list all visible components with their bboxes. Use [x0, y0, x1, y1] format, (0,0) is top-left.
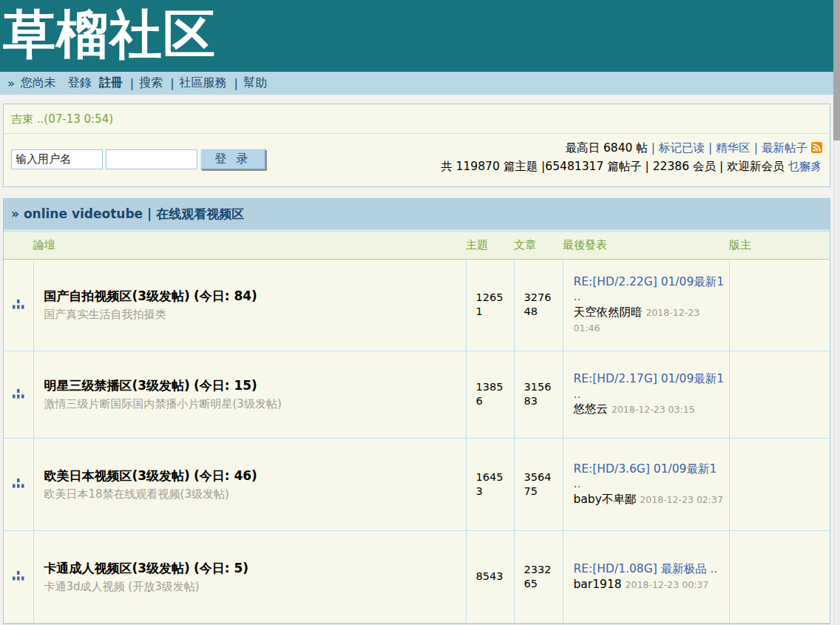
forum-row: 欧美日本视频区(3级发帖) (今日: 46) 欧美日本18禁在线观看视频(3级发…	[4, 438, 830, 530]
forum-status-cell	[4, 259, 33, 351]
posts-count: 327648	[514, 259, 563, 351]
nav-arrow-icon: »	[7, 76, 15, 90]
forum-title-link[interactable]: 国产自拍视频区(3级发帖)	[44, 288, 190, 303]
max-posts-text: 最高日 6840 帖	[565, 141, 647, 155]
topics-count: 8543	[466, 530, 514, 623]
forum-info-cell: 明星三级禁播区(3级发帖) (今日: 15) 激情三级片断国际国内禁播小片断明星…	[33, 351, 466, 438]
column-header-topics: 主題	[466, 232, 514, 260]
spacer	[0, 187, 833, 198]
last-post-link[interactable]: RE:[HD/3.6G] 01/09最新1 ..	[574, 462, 717, 491]
site-logo-title: 草榴社区	[0, 0, 833, 70]
section-arrow-icon: »	[11, 206, 19, 221]
last-post-author-link[interactable]: baby不卑鄙	[574, 493, 637, 506]
last-post-cell: RE:[HD/2.22G] 01/09最新1 .. 天空依然阴暗 2018-12…	[563, 259, 729, 351]
password-input[interactable]	[106, 149, 197, 169]
forum-status-cell	[4, 351, 33, 438]
forum-title-link[interactable]: 卡通成人视频区(3级发帖)	[44, 561, 190, 575]
masthead: 草榴社区	[0, 0, 833, 72]
section-title: online videotube | 在线观看视频区	[24, 206, 244, 221]
announcement-link[interactable]: 吉束 ..(07-13 0:54)	[11, 112, 113, 126]
forum-section-panel: » online videotube | 在线观看视频区 論壇 主題 文章 最後…	[3, 198, 830, 624]
username-input[interactable]	[11, 149, 103, 169]
forum-description: 卡通3d成人视频 (开放3级发帖)	[44, 580, 466, 594]
nav-separator: |	[234, 76, 238, 90]
nav-separator: |	[170, 76, 174, 90]
login-stats-row: 登 录 最高日 6840 帖|标记已读|精华区|最新帖子 共 119870 篇主…	[4, 134, 830, 186]
nav-register-link[interactable]: 註冊	[99, 75, 123, 91]
forum-row: 卡通成人视频区(3级发帖) (今日: 5) 卡通3d成人视频 (开放3级发帖) …	[4, 530, 830, 623]
forum-row: 国产自拍视频区(3级发帖) (今日: 84) 国产真实生活自我拍摄类 12651…	[4, 259, 830, 351]
last-post-time: 2018-12-23 03:15	[612, 404, 695, 415]
new-member-link[interactable]: 乜獬豸	[788, 160, 823, 173]
forum-info-cell: 欧美日本视频区(3级发帖) (今日: 46) 欧美日本18禁在线观看视频(3级发…	[33, 438, 466, 530]
forum-today-count: (今日: 15)	[194, 378, 257, 393]
posts-count: 233265	[514, 530, 563, 623]
column-header-posts: 文章	[514, 232, 563, 260]
nav-help-link[interactable]: 幫助	[243, 75, 267, 91]
forum-title-link[interactable]: 欧美日本视频区(3级发帖)	[44, 468, 190, 483]
forum-info-cell: 国产自拍视频区(3级发帖) (今日: 84) 国产真实生活自我拍摄类	[33, 259, 466, 351]
broken-image-icon	[12, 298, 24, 312]
topics-count: 12651	[466, 259, 514, 351]
column-header-moderator: 版主	[729, 232, 830, 260]
stats-line2: 共 119870 篇主题 |65481317 篇帖子 | 22386 会员 | …	[441, 158, 822, 175]
last-post-cell: RE:[HD/2.17G] 01/09最新1 .. 悠悠云 2018-12-23…	[563, 351, 729, 438]
broken-image-icon	[12, 570, 24, 584]
notice-login-panel: 吉束 ..(07-13 0:54) 登 录 最高日 6840 帖|标记已读|精华…	[3, 104, 830, 187]
topics-count: 13856	[466, 351, 514, 438]
last-post-author-link[interactable]: bar1918	[574, 578, 622, 591]
forum-title-link[interactable]: 明星三级禁播区(3级发帖)	[44, 378, 190, 393]
totals-text: 共 119870 篇主题 |65481317 篇帖子 | 22386 会员 | …	[441, 160, 784, 173]
forum-description: 欧美日本18禁在线观看视频(3级发帖)	[44, 487, 466, 501]
nav-services-link[interactable]: 社區服務	[180, 75, 227, 91]
moderator-cell	[729, 530, 830, 623]
digest-link[interactable]: 精华区	[716, 141, 751, 155]
latest-posts-link[interactable]: 最新帖子	[762, 141, 807, 155]
topics-count: 16453	[466, 438, 514, 530]
forum-today-count: (今日: 84)	[194, 288, 257, 303]
stats-separator: |	[708, 141, 712, 155]
posts-count: 315683	[514, 351, 563, 438]
forum-table: 論壇 主題 文章 最後發表 版主 国产自拍视频区(3级发帖) (今日: 84) …	[4, 232, 830, 624]
moderator-cell	[729, 259, 830, 351]
broken-image-icon	[12, 477, 24, 491]
forum-info-cell: 卡通成人视频区(3级发帖) (今日: 5) 卡通3d成人视频 (开放3级发帖)	[33, 530, 466, 623]
section-header[interactable]: » online videotube | 在线观看视频区	[4, 199, 830, 232]
last-post-link[interactable]: RE:[HD/2.17G] 01/09最新1 ..	[574, 372, 725, 401]
announcement-row: 吉束 ..(07-13 0:54)	[4, 104, 830, 133]
last-post-time: 2018-12-23 00:37	[626, 579, 709, 590]
nav-login-link[interactable]: 登錄	[68, 75, 92, 91]
last-post-cell: RE:[HD/3.6G] 01/09最新1 .. baby不卑鄙 2018-12…	[563, 438, 729, 530]
last-post-time: 2018-12-23 02:37	[640, 494, 723, 505]
last-post-link[interactable]: RE:[HD/2.22G] 01/09最新1 ..	[574, 275, 725, 304]
moderator-cell	[729, 351, 830, 438]
forum-today-count: (今日: 5)	[194, 561, 248, 575]
forum-row: 明星三级禁播区(3级发帖) (今日: 15) 激情三级片断国际国内禁播小片断明星…	[4, 351, 830, 438]
header-icon-cell	[4, 232, 33, 260]
nav-status-text: 您尚未	[21, 75, 56, 91]
rss-icon[interactable]	[811, 141, 822, 158]
forum-description: 国产真实生活自我拍摄类	[44, 308, 466, 322]
login-form: 登 录	[11, 149, 265, 169]
column-header-lastpost: 最後發表	[563, 232, 729, 260]
stats-separator: |	[651, 141, 655, 155]
posts-count: 356475	[514, 438, 563, 530]
scrollbar-track[interactable]	[833, 0, 840, 625]
last-post-author-link[interactable]: 天空依然阴暗	[574, 305, 643, 319]
column-header-forum: 論壇	[33, 232, 466, 260]
stats-separator: |	[754, 141, 758, 155]
nav-search-link[interactable]: 搜索	[139, 75, 163, 91]
page-content: 草榴社区 » 您尚未 登錄 註冊 | 搜索 | 社區服務 | 幫助 吉束 ..(…	[0, 0, 833, 624]
scrollbar-thumb[interactable]	[833, 0, 840, 141]
spacer	[0, 95, 833, 104]
last-post-author-link[interactable]: 悠悠云	[574, 402, 609, 416]
moderator-cell	[729, 438, 830, 530]
board-stats: 最高日 6840 帖|标记已读|精华区|最新帖子 共 119870 篇主题 |6…	[441, 137, 822, 176]
last-post-link[interactable]: RE:[HD/1.08G] 最新极品 ..	[574, 562, 718, 575]
last-post-cell: RE:[HD/1.08G] 最新极品 .. bar1918 2018-12-23…	[563, 530, 729, 623]
forum-description: 激情三级片断国际国内禁播小片断明星(3级发帖)	[44, 397, 466, 411]
mark-read-link[interactable]: 标记已读	[659, 141, 705, 155]
navbar: » 您尚未 登錄 註冊 | 搜索 | 社區服務 | 幫助	[0, 72, 833, 95]
login-button[interactable]: 登 录	[200, 149, 265, 169]
nav-separator: |	[130, 76, 134, 90]
